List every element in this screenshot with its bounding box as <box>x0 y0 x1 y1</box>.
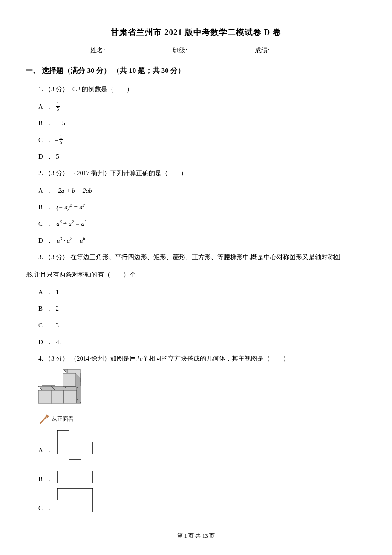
q2-opt-a: A ． 2a + b = 2ab <box>38 184 366 198</box>
shape-a-icon <box>57 430 95 456</box>
q4-opt-a: A ． <box>38 430 366 456</box>
q1-opt-b: B ． – 5 <box>38 116 366 130</box>
q3-opt-d: D ． 4. <box>38 335 366 349</box>
q4-opt-a-label: A ． <box>38 445 53 456</box>
q2-math-b: (− a)2 = a2 <box>56 204 85 211</box>
q4-opt-b: B ． <box>38 459 366 485</box>
q2-math-d: a3 · a2 = a6 <box>57 237 85 244</box>
q4-arrow-label: 从正面看 <box>38 413 366 425</box>
score-label: 成绩: <box>255 47 269 54</box>
class-label: 班级: <box>173 47 187 54</box>
q2-opt-d-label: D ． <box>38 237 54 244</box>
q1-text: 1. （3 分） -0.2 的倒数是（ ） <box>38 82 366 96</box>
svg-marker-16 <box>46 414 49 419</box>
q3-line1: 3. （3 分） 在等边三角形、平行四边形、矩形、菱形、正方形、等腰梯形中,既是… <box>38 250 366 264</box>
q1-opt-b-label: B ． – 5 <box>38 120 66 127</box>
svg-rect-10 <box>64 390 77 403</box>
q3-opt-a: A ． 1 <box>38 285 366 299</box>
svg-rect-25 <box>57 488 69 500</box>
q1-opt-c-label: C ． <box>38 136 53 143</box>
shape-b-icon <box>57 459 95 485</box>
q1-opt-d-label: D ． 5 <box>38 153 60 160</box>
q3-opt-c-label: C ． 3 <box>38 322 60 329</box>
q2-math-c: a6 ÷ a2 = a3 <box>56 220 86 227</box>
section-heading: 一、 选择题（满分 30 分） （共 10 题；共 30 分） <box>26 65 366 77</box>
q4-arrow-text: 从正面看 <box>52 416 74 422</box>
fraction-icon: 15 <box>59 134 63 145</box>
q2-opt-b-label: B ． <box>38 204 53 211</box>
info-row: 姓名: 班级: 成绩: <box>26 45 366 56</box>
q1-opt-a: A ． 15 <box>38 100 366 114</box>
q1-opt-c: C ． –15 <box>38 133 366 147</box>
q2-opt-a-label: A ． <box>38 187 53 194</box>
svg-rect-18 <box>57 442 69 454</box>
arrow-icon <box>38 413 50 425</box>
name-label: 姓名: <box>90 47 105 54</box>
fraction-icon: 15 <box>56 101 60 112</box>
svg-rect-20 <box>81 442 93 454</box>
cube-figure-icon <box>38 369 89 412</box>
q4-opt-c: C ． <box>38 488 366 514</box>
svg-rect-17 <box>57 430 69 442</box>
q3-opt-b-label: B ． 2 <box>38 305 60 312</box>
q2-math-a: 2a + b = 2ab <box>58 187 92 194</box>
q1-opt-d: D ． 5 <box>38 150 366 164</box>
q3-opt-c: C ． 3 <box>38 318 366 332</box>
q2-opt-b: B ． (− a)2 = a2 <box>38 200 366 214</box>
class-blank <box>187 52 219 52</box>
svg-rect-8 <box>38 390 51 403</box>
q4-opt-b-label: B ． <box>38 474 53 485</box>
q4-text: 4. （3 分） （2014·徐州）如图是用五个相同的立方块搭成的几何体，其主视… <box>38 352 366 366</box>
svg-rect-26 <box>69 488 81 500</box>
svg-rect-9 <box>51 390 64 403</box>
q2-opt-c: C ． a6 ÷ a2 = a3 <box>38 217 366 231</box>
q3-opt-a-label: A ． 1 <box>38 289 60 295</box>
q4-figure <box>38 369 366 412</box>
svg-rect-19 <box>69 442 81 454</box>
svg-rect-28 <box>81 500 93 512</box>
q3-opt-b: B ． 2 <box>38 302 366 316</box>
svg-rect-27 <box>81 488 93 500</box>
svg-marker-15 <box>63 373 76 386</box>
q3-opt-d-label: D ． 4. <box>38 338 63 345</box>
q3-line2: 形,并且只有两条对称轴的有（ ）个 <box>26 268 366 282</box>
q4-opt-c-label: C ． <box>38 503 53 514</box>
svg-rect-22 <box>57 471 69 483</box>
svg-rect-21 <box>69 459 81 471</box>
q2-opt-d: D ． a3 · a2 = a6 <box>38 234 366 248</box>
page-title: 甘肃省兰州市 2021 版中考数学二模试卷 D 卷 <box>26 26 366 39</box>
shape-c-icon <box>57 488 108 514</box>
q1-opt-a-label: A ． <box>38 103 53 110</box>
q2-text: 2. （3 分） （2017·衢州）下列计算正确的是（ ） <box>38 166 366 180</box>
page-footer: 第 1 页 共 13 页 <box>26 531 366 541</box>
svg-rect-23 <box>69 471 81 483</box>
svg-rect-24 <box>81 471 93 483</box>
name-blank <box>105 52 137 52</box>
score-blank <box>270 52 302 52</box>
q2-opt-c-label: C ． <box>38 220 53 227</box>
